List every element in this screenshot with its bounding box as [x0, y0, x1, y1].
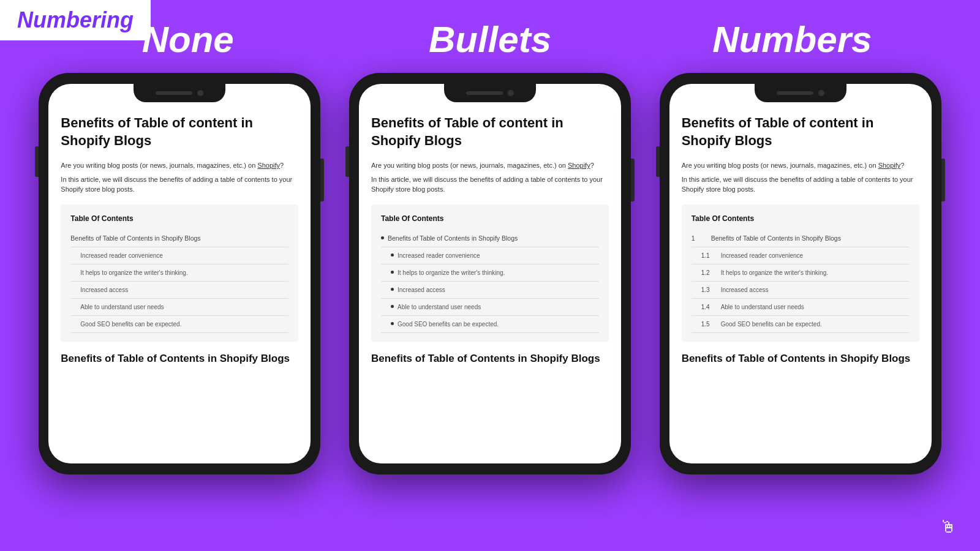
- toc-sub-1-none[interactable]: It helps to organize the writer's thinki…: [70, 264, 288, 282]
- footer-heading-none: Benefits of Table of Contents in Shopify…: [61, 351, 298, 366]
- phone-frame-numbers: Benefits of Table of content in Shopify …: [660, 73, 941, 474]
- num-sub-4: 1.5: [701, 320, 716, 329]
- bullet-sub-0: [391, 253, 394, 257]
- intro-bullets: Are you writing blog posts (or news, jou…: [371, 160, 609, 171]
- footer-heading-numbers: Benefits of Table of Contents in Shopify…: [682, 351, 919, 366]
- camera-numbers: [818, 90, 824, 96]
- screen-content-numbers: Benefits of Table of content in Shopify …: [682, 114, 919, 366]
- phone-screen-bullets: Benefits of Table of content in Shopify …: [359, 84, 621, 463]
- num-sub-2: 1.3: [701, 285, 716, 294]
- screen-footer-none: Benefits of Table of Contents in Shopify…: [61, 351, 298, 366]
- toc-sub-3-numbers[interactable]: 1.4 Able to understand user needs: [692, 299, 910, 316]
- screen-content-none: Benefits of Table of content in Shopify …: [61, 114, 298, 366]
- article-title-none: Benefits of Table of content in Shopify …: [61, 114, 298, 149]
- toc-sub-2-none[interactable]: Increased access: [70, 282, 288, 299]
- intro-numbers: Are you writing blog posts (or news, jou…: [682, 160, 919, 171]
- phone-notch-none: [134, 84, 225, 102]
- toc-sub-0-bullets[interactable]: Increased reader convenience: [381, 247, 599, 264]
- col-header-bullets: Bullets: [341, 18, 639, 61]
- intro2-bullets: In this article, we will discuss the ben…: [371, 174, 609, 195]
- phone-none: Benefits of Table of content in Shopify …: [39, 73, 320, 474]
- toc-box-none: Table Of Contents Benefits of Table of C…: [61, 204, 298, 342]
- bullet-sub-4: [391, 322, 394, 325]
- phone-screen-none: Benefits of Table of content in Shopify …: [48, 84, 311, 463]
- phone-frame-bullets: Benefits of Table of content in Shopify …: [349, 73, 631, 474]
- footer-heading-bullets: Benefits of Table of Contents in Shopify…: [371, 351, 609, 366]
- bullet-sub-2: [391, 288, 394, 291]
- toc-main-numbers[interactable]: 1 Benefits of Table of Contents in Shopi…: [692, 230, 910, 248]
- num-sub-0: 1.1: [701, 251, 716, 260]
- toc-sub-4-none[interactable]: Good SEO benefits can be expected.: [70, 316, 288, 333]
- screen-content-bullets: Benefits of Table of content in Shopify …: [371, 114, 609, 366]
- toc-sub-3-none[interactable]: Able to understand user needs: [70, 299, 288, 316]
- phone-bullets: Benefits of Table of content in Shopify …: [349, 73, 631, 474]
- col-header-numbers: Numbers: [643, 18, 941, 61]
- camera-bullets: [508, 90, 514, 96]
- toc-main-none[interactable]: Benefits of Table of Contents in Shopify…: [70, 230, 288, 248]
- article-title-bullets: Benefits of Table of content in Shopify …: [371, 114, 609, 149]
- phones-row: Benefits of Table of content in Shopify …: [0, 61, 980, 474]
- toc-title-bullets: Table Of Contents: [381, 213, 599, 224]
- speaker-bullets: [466, 91, 503, 95]
- toc-box-bullets: Table Of Contents Benefits of Table of C…: [371, 204, 609, 342]
- toc-title-numbers: Table Of Contents: [692, 213, 910, 224]
- speaker-none: [156, 91, 192, 95]
- toc-title-none: Table Of Contents: [70, 213, 288, 224]
- intro2-none: In this article, we will discuss the ben…: [61, 174, 298, 195]
- toc-sub-3-bullets[interactable]: Able to understand user needs: [381, 299, 599, 316]
- toc-sub-4-numbers[interactable]: 1.5 Good SEO benefits can be expected.: [692, 316, 910, 333]
- toc-main-bullets[interactable]: Benefits of Table of Contents in Shopify…: [381, 230, 599, 248]
- intro2-numbers: In this article, we will discuss the ben…: [682, 174, 919, 195]
- num-main: 1: [692, 234, 706, 244]
- toc-sub-1-bullets[interactable]: It helps to organize the writer's thinki…: [381, 264, 599, 282]
- toc-sub-1-numbers[interactable]: 1.2 It helps to organize the writer's th…: [692, 264, 910, 282]
- cursor-icon: 🖱: [940, 517, 962, 539]
- toc-sub-2-bullets[interactable]: Increased access: [381, 282, 599, 299]
- num-sub-1: 1.2: [701, 268, 716, 277]
- toc-sub-0-numbers[interactable]: 1.1 Increased reader convenience: [692, 247, 910, 264]
- title-badge: Numbering: [0, 0, 151, 40]
- speaker-numbers: [777, 91, 813, 95]
- toc-sub-0-none[interactable]: Increased reader convenience: [70, 247, 288, 264]
- phone-notch-bullets: [444, 84, 536, 102]
- num-sub-3: 1.4: [701, 302, 716, 312]
- bullet-sub-1: [391, 271, 394, 274]
- screen-footer-bullets: Benefits of Table of Contents in Shopify…: [371, 351, 609, 366]
- camera-none: [197, 90, 203, 96]
- toc-box-numbers: Table Of Contents 1 Benefits of Table of…: [682, 204, 919, 342]
- toc-sub-4-bullets[interactable]: Good SEO benefits can be expected.: [381, 316, 599, 333]
- screen-footer-numbers: Benefits of Table of Contents in Shopify…: [682, 351, 919, 366]
- phone-screen-numbers: Benefits of Table of content in Shopify …: [669, 84, 932, 463]
- bullet-main: [381, 236, 384, 239]
- article-title-numbers: Benefits of Table of content in Shopify …: [682, 114, 919, 149]
- phone-notch-numbers: [755, 84, 846, 102]
- intro-none: Are you writing blog posts (or news, jou…: [61, 160, 298, 171]
- bullet-sub-3: [391, 305, 394, 308]
- page-title: Numbering: [17, 7, 134, 33]
- toc-sub-2-numbers[interactable]: 1.3 Increased access: [692, 282, 910, 299]
- phone-numbers: Benefits of Table of content in Shopify …: [660, 73, 941, 474]
- phone-frame-none: Benefits of Table of content in Shopify …: [39, 73, 320, 474]
